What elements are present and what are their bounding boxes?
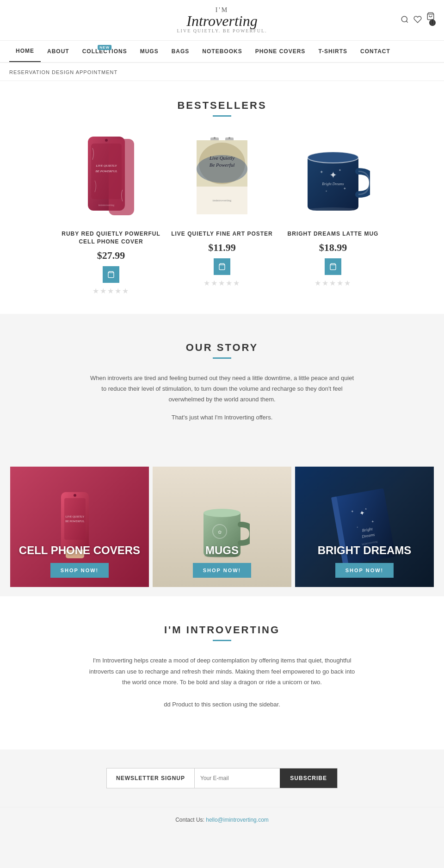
nav-mugs[interactable]: MUGS — [134, 41, 165, 62]
product-image-3[interactable]: ✦ ✦ ✦ ✦ ✦ Bright Dreams — [282, 131, 384, 223]
nav-tshirts[interactable]: T-SHIRTS — [312, 41, 354, 62]
svg-text:Bright Dreams: Bright Dreams — [322, 182, 344, 186]
our-story-p1: When introverts are tired and feeling bu… — [88, 373, 356, 405]
nav-collections[interactable]: New COLLECTIONS — [76, 41, 134, 62]
add-product-note: dd Product to this section using the sid… — [88, 694, 356, 714]
im-introverting-section: I'M INTROVERTING I'm Introverting helps … — [0, 596, 444, 749]
svg-line-1 — [406, 21, 407, 22]
product-price-3: $18.99 — [282, 242, 384, 254]
im-introverting-body: I'm Introverting helps create a mood of … — [88, 655, 356, 687]
svg-text:imintroverting: imintroverting — [99, 204, 115, 206]
svg-point-31 — [308, 207, 358, 212]
nav-contact[interactable]: CONTACT — [354, 41, 397, 62]
bright-dreams-shop-btn[interactable]: SHOP NOW! — [335, 563, 394, 578]
site-logo[interactable]: I'M Introverting LIVE QUIETLY. BE POWERF… — [177, 7, 267, 33]
svg-text:imintroverting: imintroverting — [213, 199, 232, 202]
category-mugs[interactable]: ✿ MUGS SHOP NOW! — [153, 467, 291, 587]
category-banners: LIVE QUIETLY BE POWERFUL CELL PHONE COVE… — [0, 457, 444, 596]
svg-point-14 — [228, 137, 230, 139]
add-to-cart-3[interactable] — [325, 258, 341, 275]
bestsellers-section: BESTSELLERS — [0, 81, 444, 314]
add-to-cart-1[interactable] — [103, 266, 119, 283]
search-icon[interactable] — [401, 15, 409, 25]
svg-point-0 — [401, 16, 407, 22]
newsletter-section: NEWSLETTER SIGNUP SUBSCRIBE — [0, 749, 444, 807]
svg-text:LIVE QUIETLY: LIVE QUIETLY — [96, 164, 117, 168]
products-grid: LIVE QUIETLY BE POWERFUL imintroverting … — [9, 131, 435, 295]
category-phone-title: CELL PHONE COVERS — [19, 544, 140, 557]
product-name-2: LIVE QUIETLY FINE ART POSTER — [171, 230, 273, 238]
category-bright-dreams[interactable]: ✦ ✦ ✦ ✦ ✦ Bright Dreams imintroverting B… — [295, 467, 434, 587]
product-card-2: Live Quietly Be Powerful imintroverting … — [171, 131, 273, 295]
nav-bags[interactable]: BAGS — [165, 41, 196, 62]
product-card-3: ✦ ✦ ✦ ✦ ✦ Bright Dreams BRIGHT DREAMS LA… — [282, 131, 384, 295]
footer-contact-email[interactable]: hello@imintroverting.com — [206, 817, 269, 823]
svg-text:✦: ✦ — [339, 169, 341, 172]
im-introverting-title: I'M INTROVERTING — [9, 624, 435, 636]
mugs-overlay: MUGS SHOP NOW! — [153, 467, 291, 587]
product-card-1: LIVE QUIETLY BE POWERFUL imintroverting … — [60, 131, 162, 295]
header-icons: 0 — [401, 12, 435, 29]
product-name-3: BRIGHT DREAMS LATTE MUG — [282, 230, 384, 238]
cart-icon[interactable]: 0 — [426, 12, 435, 29]
main-nav: HOME ABOUT New COLLECTIONS MUGS BAGS NOT… — [0, 41, 444, 63]
logo-tagline: LIVE QUIETLY. BE POWERFUL. — [177, 28, 267, 33]
svg-text:✦: ✦ — [325, 190, 327, 193]
product-price-1: $27.99 — [60, 250, 162, 262]
site-header: I'M Introverting LIVE QUIETLY. BE POWERF… — [0, 0, 444, 41]
svg-text:✦: ✦ — [343, 187, 346, 191]
subscribe-button[interactable]: SUBSCRIBE — [280, 768, 337, 788]
category-dreams-title: BRIGHT DREAMS — [318, 544, 412, 557]
new-badge: New — [98, 45, 111, 50]
product-image-2[interactable]: Live Quietly Be Powerful imintroverting — [171, 131, 273, 223]
our-story-p2: That's just what I'm Introverting offers… — [88, 412, 356, 423]
our-story-divider — [213, 357, 231, 359]
newsletter-input[interactable] — [195, 768, 280, 788]
nav-home[interactable]: HOME — [9, 41, 41, 62]
product-stars-1: ★★★★★ — [60, 287, 162, 295]
phone-covers-shop-btn[interactable]: SHOP NOW! — [50, 563, 109, 578]
mugs-shop-btn[interactable]: SHOP NOW! — [193, 563, 252, 578]
svg-text:✦: ✦ — [320, 169, 323, 175]
bestsellers-divider — [213, 115, 231, 117]
nav-about[interactable]: ABOUT — [41, 41, 76, 62]
logo-name: I'M Introverting — [177, 7, 267, 28]
reservation-link[interactable]: RESERVATION DESIGN APPOINTMENT — [9, 69, 117, 75]
nav-notebooks[interactable]: NOTEBOOKS — [196, 41, 248, 62]
svg-text:Be Powerful: Be Powerful — [210, 162, 235, 168]
newsletter-form: NEWSLETTER SIGNUP SUBSCRIBE — [106, 768, 338, 788]
site-footer: Contact Us: hello@imintroverting.com — [0, 807, 444, 832]
nav-sub: RESERVATION DESIGN APPOINTMENT — [0, 63, 444, 81]
bestsellers-title: BESTSELLERS — [9, 100, 435, 112]
im-introverting-divider — [213, 640, 231, 641]
category-mugs-title: MUGS — [205, 544, 239, 557]
product-stars-3: ★★★★★ — [282, 279, 384, 287]
newsletter-label: NEWSLETTER SIGNUP — [107, 768, 195, 788]
our-story-title: OUR STORY — [9, 342, 435, 354]
svg-point-13 — [214, 137, 216, 139]
product-image-1[interactable]: LIVE QUIETLY BE POWERFUL imintroverting — [60, 131, 162, 223]
category-phone-covers[interactable]: LIVE QUIETLY BE POWERFUL CELL PHONE COVE… — [10, 467, 149, 587]
nav-phone-covers[interactable]: PHONE COVERS — [249, 41, 312, 62]
phone-covers-overlay: CELL PHONE COVERS SHOP NOW! — [10, 467, 149, 587]
wishlist-icon[interactable] — [413, 15, 422, 25]
svg-text:✦: ✦ — [329, 170, 337, 180]
product-name-1: RUBY RED QUIETLY POWERFUL CELL PHONE COV… — [60, 230, 162, 246]
our-story-section: OUR STORY When introverts are tired and … — [0, 314, 444, 458]
add-to-cart-2[interactable] — [214, 258, 230, 275]
product-stars-2: ★★★★★ — [171, 279, 273, 287]
product-price-2: $11.99 — [171, 242, 273, 254]
bright-dreams-overlay: BRIGHT DREAMS SHOP NOW! — [295, 467, 434, 587]
svg-text:Live Quietly: Live Quietly — [209, 155, 234, 161]
svg-text:BE POWERFUL: BE POWERFUL — [95, 169, 117, 173]
cart-count: 0 — [429, 19, 436, 26]
footer-contact-label: Contact Us: — [175, 817, 204, 823]
svg-point-8 — [105, 139, 108, 142]
footer-contact: Contact Us: hello@imintroverting.com — [9, 817, 435, 823]
